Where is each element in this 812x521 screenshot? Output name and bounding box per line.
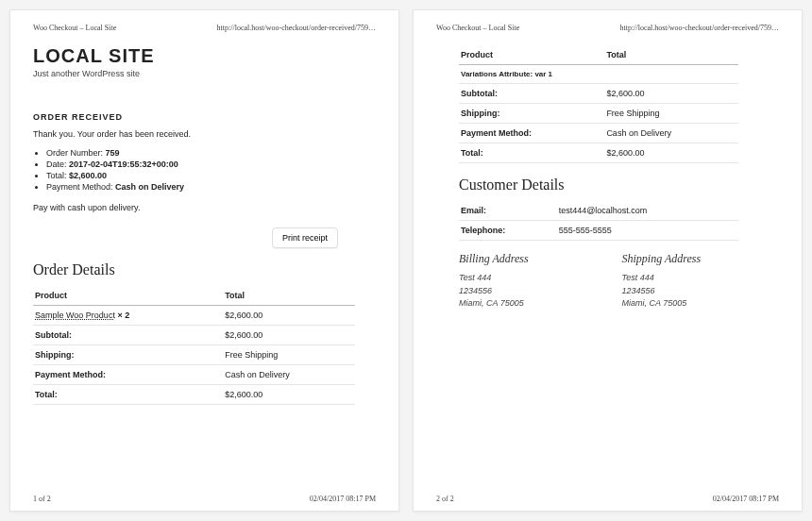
page-number: 1 of 2 [33, 495, 51, 503]
print-page-2: Woo Checkout – Local Site http://local.h… [413, 9, 803, 512]
list-item: Order Number: 759 [46, 148, 376, 158]
order-details-table-cont: Product Total Variations Attribute: var … [459, 45, 738, 163]
order-received-heading: ORDER RECEIVED [33, 112, 376, 122]
shipping-value: Free Shipping [604, 104, 738, 124]
print-timestamp: 02/04/2017 08:17 PM [310, 495, 376, 503]
order-number-label: Order Number: [46, 148, 103, 158]
order-number: 759 [106, 148, 120, 158]
shipping-address: Test 444 1234556 Miami, CA 75005 [622, 272, 757, 311]
customer-details-heading: Customer Details [459, 176, 756, 193]
page-header-url: http://local.host/woo-checkout/order-rec… [217, 24, 376, 32]
table-row: Subtotal: $2,600.00 [33, 326, 355, 345]
table-row: Payment Method: Cash on Delivery [33, 365, 355, 385]
subtotal-value: $2,600.00 [223, 326, 355, 345]
table-row: Shipping: Free Shipping [33, 345, 355, 365]
grand-total-label: Total: [459, 143, 604, 163]
order-total: $2,600.00 [69, 171, 107, 180]
page-number: 2 of 2 [436, 495, 454, 503]
grand-total-value: $2,600.00 [604, 143, 738, 163]
order-details-heading: Order Details [33, 261, 376, 278]
order-date-label: Date: [46, 160, 67, 169]
site-title: LOCAL SITE [33, 45, 376, 67]
billing-address-heading: Billing Address [459, 252, 594, 266]
list-item: Date: 2017-02-04T19:55:32+00:00 [46, 160, 376, 169]
thankyou-text: Thank you. Your order has been received. [33, 129, 376, 139]
table-row: Subtotal: $2,600.00 [459, 84, 738, 104]
payment-method-label: Payment Method: [33, 365, 223, 385]
addr-line: Miami, CA 75005 [622, 297, 757, 311]
phone-value: 555-555-5555 [557, 221, 738, 241]
grand-total-label: Total: [33, 385, 223, 405]
col-total: Total [223, 286, 355, 306]
addr-line: 1234556 [459, 285, 594, 298]
email-label: Email: [459, 201, 557, 221]
site-tagline: Just another WordPress site [33, 69, 376, 78]
email-value: test444@localhost.com [557, 201, 738, 221]
order-total-label: Total: [46, 171, 67, 180]
subtotal-label: Subtotal: [33, 326, 223, 345]
table-row: Shipping: Free Shipping [459, 104, 738, 124]
order-payment-label: Payment Method: [46, 182, 113, 192]
grand-total-value: $2,600.00 [223, 385, 355, 405]
subtotal-value: $2,600.00 [604, 84, 738, 104]
table-row: Payment Method: Cash on Delivery [459, 124, 738, 143]
col-product: Product [33, 286, 223, 306]
phone-label: Telephone: [459, 221, 557, 241]
subtotal-label: Subtotal: [459, 84, 604, 104]
order-payment: Cash on Delivery [115, 182, 184, 192]
shipping-label: Shipping: [33, 345, 223, 365]
col-total: Total [604, 45, 738, 65]
print-receipt-button[interactable]: Print receipt [272, 227, 338, 248]
payment-note: Pay with cash upon delivery. [33, 203, 376, 212]
addr-line: Test 444 [622, 272, 757, 285]
order-details-table: Product Total Sample Woo Product × 2 $2,… [33, 286, 355, 405]
addr-line: 1234556 [622, 285, 757, 298]
list-item: Payment Method: Cash on Delivery [46, 182, 376, 192]
print-page-1: Woo Checkout – Local Site http://local.h… [9, 9, 399, 512]
product-name[interactable]: Sample Woo Product [35, 311, 115, 320]
payment-method-value: Cash on Delivery [604, 124, 738, 143]
table-row: Sample Woo Product × 2 $2,600.00 [33, 306, 355, 326]
print-timestamp: 02/04/2017 08:17 PM [713, 495, 779, 503]
payment-method-label: Payment Method: [459, 124, 604, 143]
customer-details-table: Email: test444@localhost.com Telephone: … [459, 201, 738, 241]
addr-line: Miami, CA 75005 [459, 297, 594, 311]
table-row: Telephone: 555-555-5555 [459, 221, 738, 241]
payment-method-value: Cash on Delivery [223, 365, 355, 385]
product-qty: × 2 [115, 311, 129, 320]
table-row: Total: $2,600.00 [459, 143, 738, 163]
page-header-title: Woo Checkout – Local Site [33, 24, 116, 32]
shipping-value: Free Shipping [223, 345, 355, 365]
order-meta-list: Order Number: 759 Date: 2017-02-04T19:55… [33, 148, 376, 193]
list-item: Total: $2,600.00 [46, 171, 376, 180]
billing-address: Test 444 1234556 Miami, CA 75005 [459, 272, 594, 311]
table-row: Total: $2,600.00 [33, 385, 355, 405]
shipping-address-heading: Shipping Address [622, 252, 757, 266]
order-date: 2017-02-04T19:55:32+00:00 [69, 160, 178, 169]
page-header-url: http://local.host/woo-checkout/order-rec… [620, 24, 779, 32]
product-total: $2,600.00 [223, 306, 355, 326]
addr-line: Test 444 [459, 272, 594, 285]
table-row: Email: test444@localhost.com [459, 201, 738, 221]
table-row: Variations Attribute: var 1 [459, 65, 738, 84]
col-product: Product [459, 45, 604, 65]
variation-line: Variations Attribute: var 1 [459, 65, 738, 84]
page-header-title: Woo Checkout – Local Site [436, 24, 519, 32]
shipping-label: Shipping: [459, 104, 604, 124]
